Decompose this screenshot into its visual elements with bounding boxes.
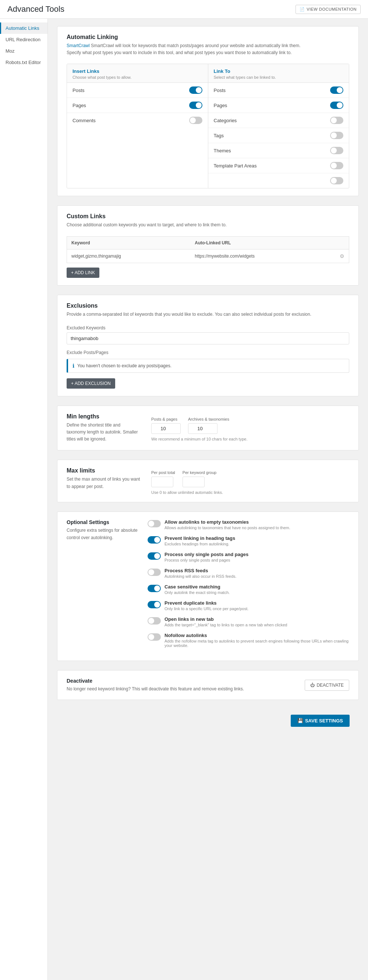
min-lengths-right: Posts & pages Archives & taxonomies We r… bbox=[151, 413, 349, 443]
optional-settings-left: Optional Settings Configure extra settin… bbox=[67, 519, 140, 653]
deactivate-action: ⏻ DEACTIVATE bbox=[305, 678, 349, 691]
power-icon: ⏻ bbox=[310, 682, 315, 688]
linkto-template-toggle[interactable] bbox=[330, 162, 343, 169]
save-settings-button[interactable]: 💾 SAVE SETTINGS bbox=[291, 715, 350, 727]
linkto-tags-toggle[interactable] bbox=[330, 132, 343, 139]
insert-comments-row: Comments bbox=[67, 113, 208, 128]
deactivate-button[interactable]: ⏻ DEACTIVATE bbox=[305, 680, 349, 691]
sidebar-item-url-redirection[interactable]: URL Redirection bbox=[0, 34, 48, 45]
url-col-header: Auto-Linked URL bbox=[190, 236, 335, 249]
exclusions-section: Exclusions Provide a comma-separated lis… bbox=[57, 295, 359, 396]
linkto-template-part-label: Template Part Areas bbox=[214, 163, 257, 169]
optional-settings-layout: Optional Settings Configure extra settin… bbox=[67, 519, 349, 653]
posts-pages-input[interactable] bbox=[151, 423, 181, 434]
linkto-tags-row: Tags bbox=[208, 128, 349, 143]
setting-single-posts: Process only single posts and pages Proc… bbox=[148, 552, 349, 562]
smartcrawl-highlight: SmartCrawl bbox=[67, 43, 90, 48]
linkto-themes-label: Themes bbox=[214, 148, 231, 153]
min-lengths-left: Min lengths Define the shortest title an… bbox=[67, 413, 140, 443]
save-icon: 💾 bbox=[297, 718, 303, 724]
page-title: Advanced Tools bbox=[7, 5, 64, 14]
setting-empty-taxonomies: Allow autolinks to empty taxonomies Allo… bbox=[148, 519, 349, 530]
page-header: Advanced Tools 📄 VIEW DOCUMENTATION bbox=[0, 0, 368, 19]
max-limits-title: Max limits bbox=[67, 468, 140, 474]
min-lengths-layout: Min lengths Define the shortest title an… bbox=[67, 413, 349, 443]
case-sensitive-toggle[interactable] bbox=[148, 585, 161, 592]
heading-tags-toggle[interactable] bbox=[148, 536, 161, 544]
max-limits-layout: Max limits Set the max amount of links y… bbox=[67, 468, 349, 495]
linkto-categories-toggle[interactable] bbox=[330, 117, 343, 124]
heading-tags-text: Prevent linking in heading tags Excludes… bbox=[164, 535, 235, 546]
new-tab-toggle[interactable] bbox=[148, 617, 161, 625]
custom-links-section: Custom Links Choose additional custom ke… bbox=[57, 205, 359, 285]
linkto-posts-toggle[interactable] bbox=[330, 86, 343, 94]
archives-group: Archives & taxonomies bbox=[188, 417, 229, 434]
posts-pages-label: Posts & pages bbox=[151, 417, 181, 422]
insert-links-title: Insert Links bbox=[72, 68, 202, 74]
single-posts-toggle[interactable] bbox=[148, 552, 161, 560]
content-area: Automatic Linking SmartCrawl SmartCrawl … bbox=[48, 19, 368, 980]
sidebar-item-automatic-links[interactable]: Automatic Links bbox=[0, 22, 48, 34]
exclude-posts-label: Exclude Posts/Pages bbox=[67, 350, 349, 355]
linkto-extra-toggle[interactable] bbox=[330, 177, 343, 185]
book-icon: 📄 bbox=[299, 7, 305, 12]
linkto-themes-row: Themes bbox=[208, 143, 349, 158]
per-keyword-group: Per keyword group bbox=[183, 470, 217, 487]
linkto-posts-row: Posts bbox=[208, 83, 349, 98]
linkto-themes-toggle[interactable] bbox=[330, 147, 343, 154]
insert-pages-row: Pages bbox=[67, 98, 208, 113]
empty-taxonomies-text: Allow autolinks to empty taxonomies Allo… bbox=[164, 519, 290, 530]
toggle-knob bbox=[196, 102, 202, 108]
deactivate-desc: Deactivate No longer need keyword linkin… bbox=[67, 678, 297, 692]
deactivate-title: Deactivate bbox=[67, 678, 297, 684]
sidebar: Automatic Links URL Redirection Moz Robo… bbox=[0, 19, 48, 980]
nofollow-toggle[interactable] bbox=[148, 633, 161, 641]
per-keyword-input[interactable] bbox=[183, 477, 205, 487]
insert-comments-toggle[interactable] bbox=[189, 117, 202, 124]
sidebar-item-robots-txt[interactable]: Robots.txt Editor bbox=[0, 57, 48, 68]
table-row: widget,gizmo,thingamajig https://mywebsi… bbox=[67, 249, 349, 263]
per-post-group: Per post total bbox=[151, 470, 175, 487]
archives-input[interactable] bbox=[188, 423, 217, 434]
deactivate-section: Deactivate No longer need keyword linkin… bbox=[57, 670, 359, 700]
insert-comments-label: Comments bbox=[72, 118, 96, 123]
case-sensitive-text: Case sensitive matching Only autolink th… bbox=[164, 584, 229, 595]
duplicate-links-toggle[interactable] bbox=[148, 601, 161, 608]
insert-pages-toggle[interactable] bbox=[189, 102, 202, 109]
optional-settings-title: Optional Settings bbox=[67, 519, 140, 525]
insert-posts-label: Posts bbox=[72, 88, 84, 93]
insert-pages-label: Pages bbox=[72, 103, 86, 108]
sidebar-item-moz[interactable]: Moz bbox=[0, 45, 48, 57]
optional-settings-section: Optional Settings Configure extra settin… bbox=[57, 512, 359, 661]
view-docs-button[interactable]: 📄 VIEW DOCUMENTATION bbox=[296, 5, 361, 14]
empty-taxonomies-toggle[interactable] bbox=[148, 520, 161, 527]
setting-new-tab: Open links in new tab Adds the target="_… bbox=[148, 616, 349, 627]
setting-case-sensitive: Case sensitive matching Only autolink th… bbox=[148, 584, 349, 595]
linkto-extra-row bbox=[208, 173, 349, 188]
linkto-categories-row: Categories bbox=[208, 113, 349, 128]
add-exclusion-button[interactable]: + ADD EXCLUSION bbox=[67, 378, 115, 389]
insert-links-header: Insert Links Choose what post types to a… bbox=[67, 64, 208, 83]
new-tab-text: Open links in new tab Adds the target="_… bbox=[164, 616, 287, 627]
link-columns: Insert Links Choose what post types to a… bbox=[67, 64, 349, 188]
deactivate-layout: Deactivate No longer need keyword linkin… bbox=[67, 678, 349, 692]
exclusions-title: Exclusions bbox=[67, 302, 349, 309]
rss-feeds-toggle[interactable] bbox=[148, 569, 161, 576]
linkto-pages-toggle[interactable] bbox=[330, 102, 343, 109]
min-lengths-desc: Define the shortest title and taxonomy l… bbox=[67, 422, 140, 443]
excluded-keywords-input[interactable] bbox=[67, 332, 349, 344]
per-post-input[interactable] bbox=[151, 477, 173, 487]
toggle-knob bbox=[190, 118, 196, 123]
keyword-col-header: Keyword bbox=[67, 236, 191, 249]
posts-pages-group: Posts & pages bbox=[151, 417, 181, 434]
linkto-categories-label: Categories bbox=[214, 118, 237, 123]
automatic-linking-section: Automatic Linking SmartCrawl SmartCrawl … bbox=[57, 26, 359, 196]
insert-posts-row: Posts bbox=[67, 83, 208, 98]
linkto-tags-label: Tags bbox=[214, 133, 224, 138]
action-col-header bbox=[335, 236, 349, 249]
settings-icon[interactable]: ⚙ bbox=[340, 253, 344, 259]
insert-posts-toggle[interactable] bbox=[189, 86, 202, 94]
setting-rss-feeds: Process RSS feeds Autolinking will also … bbox=[148, 568, 349, 579]
max-limits-section: Max limits Set the max amount of links y… bbox=[57, 460, 359, 502]
add-link-button[interactable]: + ADD LINK bbox=[67, 267, 99, 278]
